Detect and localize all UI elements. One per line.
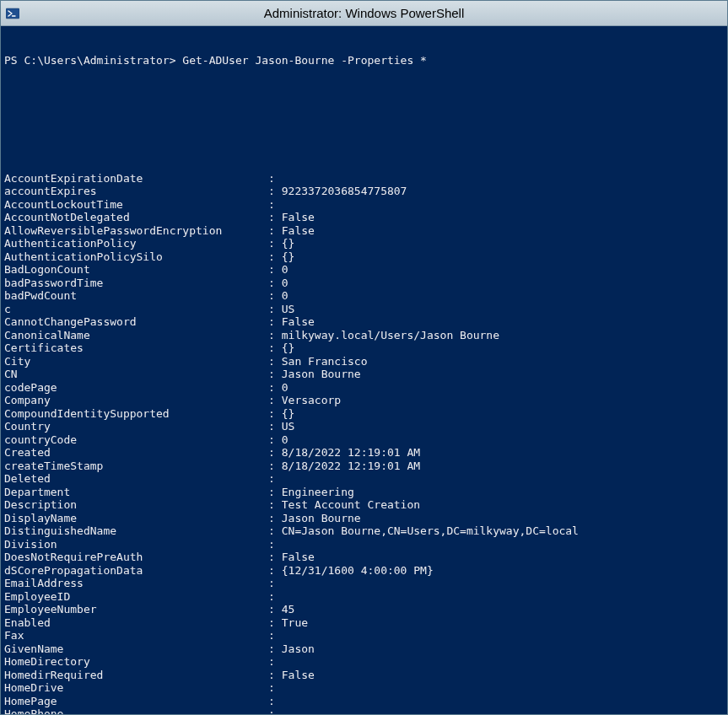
property-value: Versacorp — [282, 394, 341, 406]
property-value: Jason Bourne — [282, 368, 361, 380]
property-key: DistinguishedName — [4, 524, 268, 537]
property-row: EmployeeID : — [4, 590, 724, 604]
property-row: DoesNotRequirePreAuth : False — [4, 551, 724, 564]
property-row: BadLogonCount : 0 — [4, 263, 724, 277]
property-separator: : — [268, 498, 282, 511]
property-key: CanonicalName — [4, 329, 268, 341]
property-row: GivenName : Jason — [4, 642, 724, 656]
window-title: Administrator: Windows PowerShell — [26, 6, 722, 20]
property-key: Certificates — [4, 341, 268, 354]
property-row: City : San Francisco — [4, 355, 724, 368]
property-separator: : — [268, 315, 282, 328]
property-separator: : — [268, 446, 282, 459]
property-value: US — [282, 303, 295, 315]
property-value: False — [282, 211, 315, 223]
property-value: Engineering — [282, 486, 354, 498]
property-value: 45 — [282, 603, 295, 616]
property-key: AccountNotDelegated — [4, 211, 268, 223]
property-separator: : — [268, 669, 282, 681]
property-value: True — [282, 616, 308, 629]
property-value: {} — [282, 341, 295, 354]
property-value: CN=Jason Bourne,CN=Users,DC=milkyway,DC=… — [282, 524, 579, 537]
property-row: createTimeStamp : 8/18/2022 12:19:01 AM — [4, 460, 724, 473]
property-separator: : — [268, 263, 282, 276]
property-value: 0 — [282, 381, 289, 394]
property-key: Company — [4, 394, 268, 406]
property-row: Certificates : {} — [4, 341, 724, 355]
property-row: dSCorePropagationData : {12/31/1600 4:00… — [4, 564, 724, 578]
property-row: HomeDrive : — [4, 681, 724, 695]
property-row: EmailAddress : — [4, 577, 724, 590]
property-row: HomeDirectory : — [4, 655, 724, 669]
property-separator: : — [268, 237, 282, 250]
property-value: False — [282, 315, 315, 328]
property-key: countryCode — [4, 433, 268, 446]
property-key: Description — [4, 498, 268, 511]
property-row: Country : US — [4, 420, 724, 433]
property-value: {} — [282, 407, 295, 420]
property-row: DisplayName : Jason Bourne — [4, 512, 724, 525]
property-separator: : — [268, 250, 282, 263]
property-row: HomePhone : — [4, 707, 724, 714]
property-value: US — [282, 420, 295, 433]
property-key: codePage — [4, 381, 268, 394]
property-key: BadLogonCount — [4, 263, 268, 276]
property-separator: : — [268, 289, 282, 302]
property-key: GivenName — [4, 642, 268, 655]
property-separator: : — [268, 460, 282, 472]
property-value: 0 — [282, 289, 289, 302]
property-key: AllowReversiblePasswordEncryption — [4, 224, 268, 237]
property-value: {} — [282, 250, 295, 263]
property-key: AccountExpirationDate — [4, 172, 268, 185]
property-separator: : — [268, 277, 282, 289]
property-row: EmployeeNumber : 45 — [4, 603, 724, 616]
property-row: Description : Test Account Creation — [4, 498, 724, 512]
property-separator: : — [268, 172, 282, 185]
titlebar[interactable]: Administrator: Windows PowerShell — [1, 1, 727, 26]
property-value: False — [282, 669, 315, 681]
property-value: False — [282, 224, 315, 237]
property-separator: : — [268, 681, 282, 694]
property-value: Test Account Creation — [282, 498, 420, 511]
property-row: Enabled : True — [4, 616, 724, 630]
property-separator: : — [268, 577, 282, 589]
property-key: HomePhone — [4, 707, 268, 714]
property-value: Jason — [282, 642, 315, 655]
console-area[interactable]: PS C:\Users\Administrator> Get-ADUser Ja… — [1, 26, 727, 714]
property-value: 0 — [282, 277, 289, 289]
property-separator: : — [268, 185, 282, 197]
property-value: 0 — [282, 433, 289, 446]
property-row: badPwdCount : 0 — [4, 289, 724, 303]
property-key: CannotChangePassword — [4, 315, 268, 328]
property-separator: : — [268, 603, 282, 616]
property-separator: : — [268, 394, 282, 406]
property-row: CompoundIdentitySupported : {} — [4, 407, 724, 421]
property-separator: : — [268, 551, 282, 563]
property-value: 0 — [282, 263, 289, 276]
property-separator: : — [268, 707, 282, 714]
property-row: AccountLockoutTime : — [4, 198, 724, 212]
command-text: Get-ADUser Jason-Bourne -Properties * — [182, 54, 427, 67]
property-row: AccountExpirationDate : — [4, 172, 724, 185]
property-row: codePage : 0 — [4, 381, 724, 395]
property-row: countryCode : 0 — [4, 433, 724, 447]
property-value: milkyway.local/Users/Jason Bourne — [282, 329, 499, 341]
property-separator: : — [268, 224, 282, 237]
property-key: Enabled — [4, 616, 268, 629]
property-key: accountExpires — [4, 185, 268, 197]
property-separator: : — [268, 368, 282, 380]
property-key: Deleted — [4, 472, 268, 485]
property-key: HomedirRequired — [4, 669, 268, 681]
property-row: accountExpires : 9223372036854775807 — [4, 185, 724, 198]
property-value: San Francisco — [282, 355, 368, 368]
svg-rect-0 — [6, 8, 19, 19]
property-key: EmployeeNumber — [4, 603, 268, 616]
property-key: HomeDrive — [4, 681, 268, 694]
property-separator: : — [268, 355, 282, 368]
property-row: DistinguishedName : CN=Jason Bourne,CN=U… — [4, 524, 724, 538]
property-separator: : — [268, 341, 282, 354]
property-separator: : — [268, 211, 282, 223]
property-value: {} — [282, 237, 295, 250]
property-separator: : — [268, 590, 282, 603]
property-value: {12/31/1600 4:00:00 PM} — [282, 564, 434, 577]
